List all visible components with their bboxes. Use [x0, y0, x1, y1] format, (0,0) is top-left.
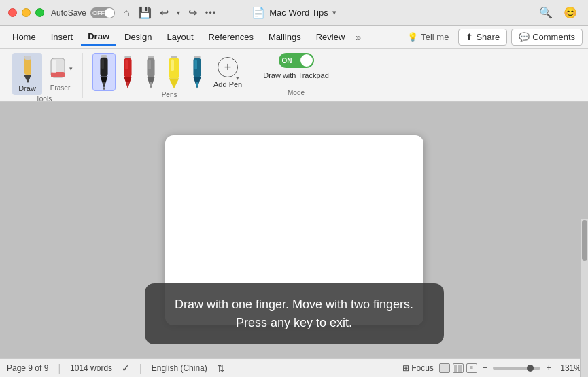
pen-red[interactable]	[117, 54, 139, 91]
comments-label: Comments	[532, 32, 575, 42]
tell-me-button[interactable]: 💡 Tell me	[402, 29, 454, 45]
title-bar: AutoSave OFF ⌂ 💾 ↩ ▾ ↪ ••• 📄 Mac Word Ti…	[0, 0, 588, 26]
undo-dropdown[interactable]: ▾	[174, 7, 183, 18]
scrollbar[interactable]	[580, 219, 588, 377]
home-icon-btn[interactable]: ⌂	[120, 5, 133, 20]
mode-group-label: Mode	[288, 89, 305, 98]
layout-single[interactable]	[439, 363, 450, 373]
close-button[interactable]	[8, 8, 17, 17]
layout-multi[interactable]: ≡	[466, 363, 477, 373]
profile-icon[interactable]: 😊	[561, 5, 580, 20]
toggle-on-knob	[300, 54, 313, 67]
menu-mailings[interactable]: Mailings	[262, 29, 308, 45]
comment-icon: 💬	[519, 32, 530, 42]
focus-btn[interactable]: ⊞ Focus	[402, 363, 434, 373]
eraser-area: ▾ Eraser	[45, 53, 75, 92]
draw-trackpad-label: Draw with Trackpad	[263, 71, 329, 80]
ribbon-pens-group: ▾	[83, 53, 256, 98]
menu-insert[interactable]: Insert	[44, 29, 80, 45]
eraser-btn[interactable]: ▾	[45, 53, 75, 84]
draw-tool-btn[interactable]: Draw	[12, 53, 42, 95]
word-count: 1014 words	[70, 363, 112, 373]
autosave-toggle[interactable]: OFF	[90, 7, 115, 18]
comments-button[interactable]: 💬 Comments	[511, 29, 583, 46]
layout-icons: ≡	[439, 363, 477, 373]
eraser-dropdown-arrow[interactable]: ▾	[69, 65, 73, 72]
svg-rect-6	[52, 60, 56, 73]
svg-rect-25	[171, 60, 174, 71]
ribbon-mode-group: ON Draw with Trackpad Mode	[256, 53, 336, 98]
zoom-in-icon[interactable]: +	[546, 363, 551, 373]
ribbon-tools-group: Draw ▾ Eraser Tools	[5, 53, 83, 98]
toolbar-icons-left: ⌂ 💾 ↩ ▾ ↪ •••	[120, 5, 219, 20]
svg-rect-16	[125, 60, 128, 70]
menu-references[interactable]: References	[202, 29, 260, 45]
title-dropdown-arrow[interactable]: ▾	[332, 8, 336, 17]
menu-review[interactable]: Review	[309, 29, 352, 45]
add-pen-circle: +	[218, 57, 238, 77]
pen-yellow[interactable]	[163, 54, 185, 91]
proofing-icon: ✓	[122, 363, 130, 374]
ribbon: Draw ▾ Eraser Tools	[0, 49, 588, 102]
traffic-lights	[8, 8, 44, 17]
scroll-thumb[interactable]	[582, 220, 587, 261]
tell-me-label: Tell me	[421, 32, 449, 42]
maximize-button[interactable]	[35, 8, 44, 17]
redo-btn[interactable]: ↪	[186, 5, 200, 20]
focus-label: Focus	[411, 363, 434, 373]
add-pen-btn[interactable]: + ▾ Add Pen	[209, 54, 246, 91]
tools-items: Draw ▾ Eraser	[12, 53, 75, 95]
svg-rect-2	[24, 56, 31, 60]
add-pen-dropdown-arrow: ▾	[236, 75, 239, 82]
menu-right: 💡 Tell me ⬆ Share 💬 Comments	[402, 29, 583, 46]
document-page	[165, 135, 423, 325]
pen-blue[interactable]	[186, 54, 208, 91]
share-label: Share	[476, 32, 500, 42]
pen-black[interactable]: ▾	[92, 53, 116, 91]
mode-items: ON Draw with Trackpad	[263, 53, 329, 80]
zoom-level[interactable]: 131%	[557, 363, 581, 373]
title-bar-right-icons: 🔍 😊	[536, 5, 580, 20]
lightbulb-icon: 💡	[407, 32, 418, 42]
draw-trackpad-toggle[interactable]: ON	[279, 53, 314, 68]
zoom-thumb	[527, 365, 534, 372]
menu-design[interactable]: Design	[118, 29, 158, 45]
svg-rect-21	[148, 60, 151, 70]
layout-double[interactable]	[453, 363, 464, 373]
menu-more[interactable]: »	[353, 31, 364, 44]
pen-yellow-icon	[165, 56, 184, 90]
language: English (China)	[152, 363, 207, 373]
page-info: Page 9 of 9	[7, 363, 48, 373]
autosave-toggle-state: OFF	[92, 10, 105, 16]
toggle-on-label: ON	[282, 57, 292, 65]
menu-layout[interactable]: Layout	[160, 29, 200, 45]
pen-gray-icon	[141, 56, 160, 90]
autosave-label: AutoSave	[51, 8, 86, 18]
zoom-out-icon[interactable]: −	[483, 363, 488, 373]
share-button[interactable]: ⬆ Share	[458, 29, 507, 46]
document-title: Mac Word Tips	[269, 7, 328, 18]
menu-home[interactable]: Home	[5, 29, 43, 45]
pen-red-icon	[118, 56, 137, 90]
more-btn[interactable]: •••	[203, 6, 220, 19]
pen-blue-icon	[188, 56, 207, 90]
eraser-label: Eraser	[50, 84, 70, 92]
zoom-slider[interactable]	[493, 367, 540, 370]
svg-marker-24	[169, 78, 179, 88]
status-right: ⊞ Focus ≡ − + 131%	[402, 363, 581, 373]
search-icon[interactable]: 🔍	[536, 5, 555, 20]
menu-bar: Home Insert Draw Design Layout Reference…	[0, 26, 588, 49]
menu-draw[interactable]: Draw	[81, 29, 116, 46]
minimize-button[interactable]	[22, 8, 31, 17]
save-icon-btn[interactable]: 💾	[135, 5, 154, 20]
undo-btn[interactable]: ↩	[157, 5, 171, 20]
draw-label: Draw	[18, 84, 36, 92]
sep1: |	[58, 363, 60, 374]
pen-gray[interactable]	[140, 54, 162, 91]
share-icon: ⬆	[466, 32, 473, 42]
word-icon: 📄	[252, 6, 265, 19]
pens-group-label: Pens	[162, 91, 177, 100]
pen-black-dot: ▾	[103, 86, 105, 92]
focus-icon: ⊞	[402, 363, 409, 373]
main-area: Draw with one finger. Move with two fing…	[0, 102, 588, 358]
